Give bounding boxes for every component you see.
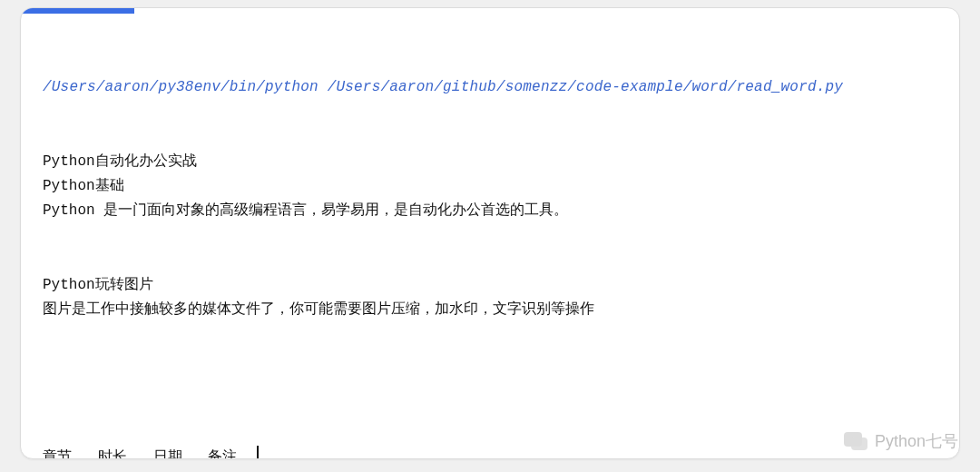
table-header-line: 章节 时长 日期 备注 bbox=[43, 446, 937, 459]
chat-icon bbox=[844, 432, 867, 452]
terminal-window: /Users/aaron/py38env/bin/python /Users/a… bbox=[20, 7, 960, 459]
output-line bbox=[43, 224, 937, 249]
watermark-text: Python七号 bbox=[875, 428, 958, 456]
output-line bbox=[43, 322, 937, 347]
output-line bbox=[43, 249, 937, 273]
table-header: 章节 时长 日期 备注 bbox=[43, 449, 255, 459]
output-line: 图片是工作中接触较多的媒体文件了，你可能需要图片压缩，加水印，文字识别等操作 bbox=[43, 298, 937, 322]
output-line: Python基础 bbox=[43, 174, 937, 199]
output-line: Python 是一门面向对象的高级编程语言，易学易用，是自动化办公首选的工具。 bbox=[43, 199, 937, 223]
output-line bbox=[43, 347, 937, 371]
output-block: Python自动化办公实战Python基础Python 是一门面向对象的高级编程… bbox=[43, 150, 937, 397]
watermark: Python七号 bbox=[844, 428, 958, 456]
output-line: Python自动化办公实战 bbox=[43, 150, 937, 174]
output-line bbox=[43, 372, 937, 397]
selection-bar bbox=[21, 8, 134, 14]
command-line: /Users/aaron/py38env/bin/python /Users/a… bbox=[43, 75, 937, 100]
output-line: Python玩转图片 bbox=[43, 273, 937, 298]
cursor bbox=[257, 446, 259, 459]
terminal-content[interactable]: /Users/aaron/py38env/bin/python /Users/a… bbox=[21, 8, 959, 459]
